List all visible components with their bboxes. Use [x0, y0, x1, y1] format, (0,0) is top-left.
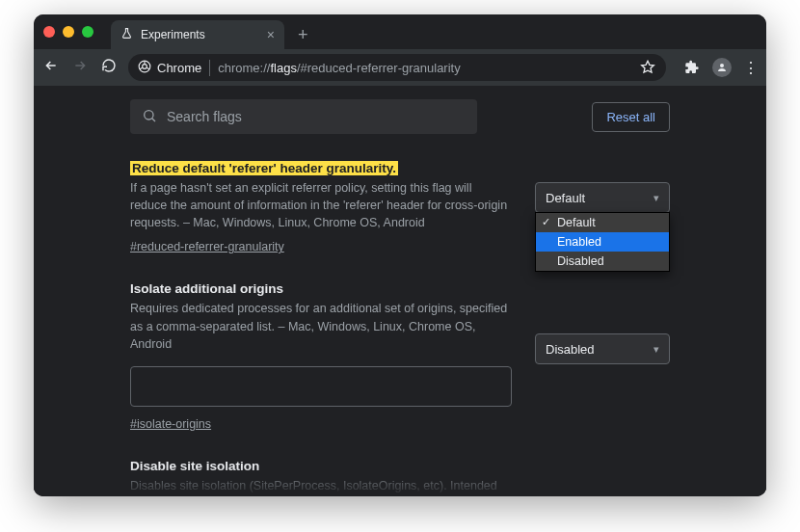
svg-point-2	[720, 64, 724, 67]
bookmark-star-icon[interactable]	[639, 59, 656, 76]
search-placeholder: Search flags	[167, 109, 242, 124]
browser-menu-button[interactable]: ⋮	[743, 59, 759, 77]
tab-title: Experiments	[141, 28, 205, 41]
svg-point-3	[145, 110, 153, 119]
back-button[interactable]	[41, 58, 61, 77]
option-default[interactable]: Default	[536, 213, 669, 232]
omnibox-chip: Chrome	[138, 60, 210, 76]
isolate-origins-input[interactable]	[130, 366, 512, 407]
reset-all-button[interactable]: Reset all	[592, 102, 670, 132]
flags-list: Reduce default 'referer' header granular…	[34, 144, 766, 496]
flag-description: Disables site isolation (SitePerProcess,…	[130, 477, 512, 496]
chevron-down-icon: ▾	[653, 343, 659, 356]
select-value: Default	[546, 191, 585, 205]
flag-select[interactable]: Default ▾ Default Enabled Disabled	[535, 182, 670, 213]
close-window-button[interactable]	[43, 26, 55, 38]
new-tab-button[interactable]: +	[298, 25, 308, 45]
url-text: chrome://flags/#reduced-referrer-granula…	[218, 61, 460, 75]
flask-icon	[120, 27, 133, 42]
reload-button[interactable]	[99, 58, 119, 77]
minimize-window-button[interactable]	[63, 26, 74, 38]
toolbar-right: ⋮	[683, 58, 759, 77]
maximize-window-button[interactable]	[82, 26, 93, 38]
flag-item: Isolate additional origins Requires dedi…	[130, 279, 670, 431]
toolbar: Chrome chrome://flags/#reduced-referrer-…	[34, 49, 766, 86]
flag-item: Reduce default 'referer' header granular…	[130, 159, 670, 254]
option-enabled[interactable]: Enabled	[536, 232, 669, 252]
flag-description: If a page hasn't set an explicit referre…	[130, 179, 512, 231]
profile-avatar-icon[interactable]	[712, 58, 732, 77]
flag-select-dropdown: Default Enabled Disabled	[535, 212, 670, 272]
flag-title: Isolate additional origins	[130, 281, 283, 296]
flag-item: Disable site isolation Disables site iso…	[130, 457, 670, 496]
close-tab-button[interactable]: ×	[267, 27, 275, 42]
option-disabled[interactable]: Disabled	[536, 252, 669, 271]
search-row: Search flags Reset all	[34, 86, 766, 144]
page-content: Search flags Reset all Reduce default 'r…	[34, 86, 766, 496]
browser-tab[interactable]: Experiments ×	[111, 20, 284, 49]
browser-window: Experiments × + Chrome chrome://flags/#r…	[34, 14, 766, 496]
omnibox-chip-label: Chrome	[157, 61, 201, 75]
svg-point-1	[143, 64, 147, 68]
flag-title: Reduce default 'referer' header granular…	[130, 161, 398, 175]
search-flags-input[interactable]: Search flags	[130, 99, 477, 134]
chevron-down-icon: ▾	[653, 192, 659, 204]
search-icon	[142, 108, 157, 126]
address-bar[interactable]: Chrome chrome://flags/#reduced-referrer-…	[128, 54, 666, 81]
chrome-icon	[138, 60, 151, 76]
forward-button[interactable]	[70, 58, 90, 77]
flag-title: Disable site isolation	[130, 459, 259, 473]
flag-anchor-link[interactable]: #reduced-referrer-granularity	[130, 240, 284, 253]
select-value: Disabled	[546, 342, 595, 357]
flag-description: Requires dedicated processes for an addi…	[130, 300, 512, 352]
flag-select[interactable]: Disabled ▾	[535, 333, 670, 364]
flag-anchor-link[interactable]: #isolate-origins	[130, 417, 211, 431]
flag-select[interactable]: Default ▾	[535, 495, 670, 496]
window-controls	[43, 26, 93, 38]
titlebar: Experiments × +	[34, 14, 766, 49]
extensions-icon[interactable]	[683, 59, 701, 76]
